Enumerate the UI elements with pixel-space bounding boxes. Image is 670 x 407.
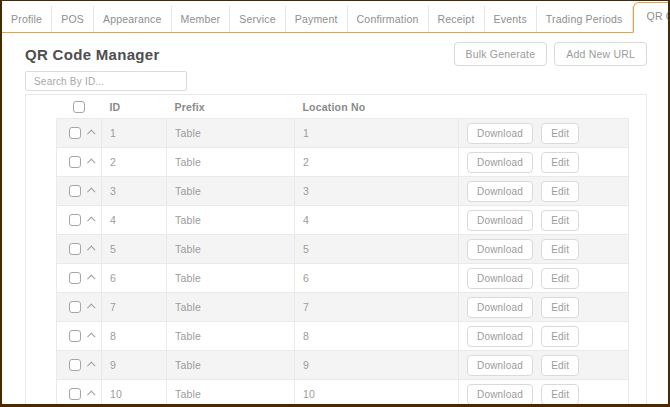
- download-button[interactable]: Download: [467, 268, 533, 289]
- chevron-up-icon[interactable]: [87, 245, 95, 253]
- row-checkbox[interactable]: [69, 243, 81, 255]
- table-body: 1 Table 1 Download Edit 2 Table 2 Downlo…: [57, 119, 629, 407]
- chevron-up-icon[interactable]: [87, 216, 95, 224]
- search-input[interactable]: [25, 71, 187, 91]
- row-prefix: Table: [167, 206, 295, 235]
- chevron-up-icon[interactable]: [87, 390, 95, 398]
- row-id: 10: [102, 380, 167, 407]
- chevron-up-icon[interactable]: [87, 187, 95, 195]
- qr-code-manager-page: { "tabs": { "items": [ { "label": "Profi…: [0, 0, 670, 407]
- chevron-up-icon[interactable]: [87, 361, 95, 369]
- table-row: 3 Table 3 Download Edit: [57, 177, 629, 206]
- chevron-up-icon[interactable]: [87, 303, 95, 311]
- tab-events[interactable]: Events: [485, 6, 537, 32]
- row-prefix: Table: [167, 322, 295, 351]
- edit-button[interactable]: Edit: [541, 152, 579, 173]
- download-button[interactable]: Download: [467, 181, 533, 202]
- chevron-up-icon[interactable]: [87, 129, 95, 137]
- row-prefix: Table: [167, 264, 295, 293]
- chevron-up-icon[interactable]: [87, 158, 95, 166]
- tab-service[interactable]: Service: [230, 6, 285, 32]
- row-select-cell: [57, 235, 102, 264]
- row-id: 7: [102, 293, 167, 322]
- qr-code-table: ID Prefix Location No 1 Table 1 Download…: [56, 95, 629, 407]
- row-actions-cell: Download Edit: [459, 293, 629, 322]
- column-header-prefix: Prefix: [167, 95, 295, 119]
- row-location: 8: [295, 322, 459, 351]
- edit-button[interactable]: Edit: [541, 123, 579, 144]
- row-location: 6: [295, 264, 459, 293]
- tab-pos[interactable]: POS: [52, 6, 94, 32]
- row-prefix: Table: [167, 235, 295, 264]
- download-button[interactable]: Download: [467, 355, 533, 376]
- download-button[interactable]: Download: [467, 297, 533, 318]
- row-id: 9: [102, 351, 167, 380]
- row-checkbox[interactable]: [69, 272, 81, 284]
- edit-button[interactable]: Edit: [541, 355, 579, 376]
- download-button[interactable]: Download: [467, 152, 533, 173]
- row-checkbox[interactable]: [69, 359, 81, 371]
- row-checkbox[interactable]: [69, 330, 81, 342]
- column-header-actions: [459, 95, 629, 119]
- edit-button[interactable]: Edit: [541, 239, 579, 260]
- row-select-cell: [57, 293, 102, 322]
- edit-button[interactable]: Edit: [541, 210, 579, 231]
- row-id: 6: [102, 264, 167, 293]
- row-actions-cell: Download Edit: [459, 206, 629, 235]
- row-checkbox[interactable]: [69, 127, 81, 139]
- download-button[interactable]: Download: [467, 239, 533, 260]
- chevron-up-icon[interactable]: [87, 274, 95, 282]
- row-checkbox[interactable]: [69, 388, 81, 400]
- row-actions-cell: Download Edit: [459, 148, 629, 177]
- column-header-id: ID: [102, 95, 167, 119]
- tab-confirmation[interactable]: Confirmation: [348, 6, 429, 32]
- tab-qr-code-manager[interactable]: QR Code Manager: [633, 2, 670, 33]
- row-select-cell: [57, 177, 102, 206]
- row-checkbox[interactable]: [69, 185, 81, 197]
- row-checkbox[interactable]: [69, 214, 81, 226]
- row-select-cell: [57, 322, 102, 351]
- table-row: 8 Table 8 Download Edit: [57, 322, 629, 351]
- row-location: 1: [295, 119, 459, 148]
- row-location: 4: [295, 206, 459, 235]
- select-all-checkbox[interactable]: [73, 101, 85, 113]
- edit-button[interactable]: Edit: [541, 268, 579, 289]
- tab-trading-periods[interactable]: Trading Periods: [537, 6, 633, 32]
- edit-button[interactable]: Edit: [541, 384, 579, 405]
- tab-receipt[interactable]: Receipt: [429, 6, 485, 32]
- edit-button[interactable]: Edit: [541, 297, 579, 318]
- tab-appearance[interactable]: Appearance: [94, 6, 172, 32]
- row-actions-cell: Download Edit: [459, 351, 629, 380]
- download-button[interactable]: Download: [467, 210, 533, 231]
- bulk-generate-button[interactable]: Bulk Generate: [454, 42, 548, 66]
- row-id: 4: [102, 206, 167, 235]
- table-row: 10 Table 10 Download Edit: [57, 380, 629, 407]
- tab-profile[interactable]: Profile: [2, 6, 52, 32]
- column-header-location: Location No: [295, 95, 459, 119]
- table-row: 5 Table 5 Download Edit: [57, 235, 629, 264]
- row-actions-cell: Download Edit: [459, 119, 629, 148]
- tab-payment[interactable]: Payment: [286, 6, 348, 32]
- row-prefix: Table: [167, 351, 295, 380]
- settings-tab-bar: ProfilePOSAppearanceMemberServicePayment…: [2, 1, 668, 33]
- download-button[interactable]: Download: [467, 326, 533, 347]
- row-id: 5: [102, 235, 167, 264]
- download-button[interactable]: Download: [467, 123, 533, 144]
- add-new-url-button[interactable]: Add New URL: [554, 42, 647, 66]
- row-id: 8: [102, 322, 167, 351]
- table-row: 2 Table 2 Download Edit: [57, 148, 629, 177]
- page-title: QR Code Manager: [25, 46, 454, 63]
- tab-member[interactable]: Member: [172, 6, 231, 32]
- download-button[interactable]: Download: [467, 384, 533, 405]
- row-actions-cell: Download Edit: [459, 322, 629, 351]
- row-prefix: Table: [167, 177, 295, 206]
- row-select-cell: [57, 264, 102, 293]
- edit-button[interactable]: Edit: [541, 326, 579, 347]
- row-select-cell: [57, 119, 102, 148]
- row-checkbox[interactable]: [69, 156, 81, 168]
- table-row: 4 Table 4 Download Edit: [57, 206, 629, 235]
- chevron-up-icon[interactable]: [87, 332, 95, 340]
- row-checkbox[interactable]: [69, 301, 81, 313]
- row-location: 7: [295, 293, 459, 322]
- edit-button[interactable]: Edit: [541, 181, 579, 202]
